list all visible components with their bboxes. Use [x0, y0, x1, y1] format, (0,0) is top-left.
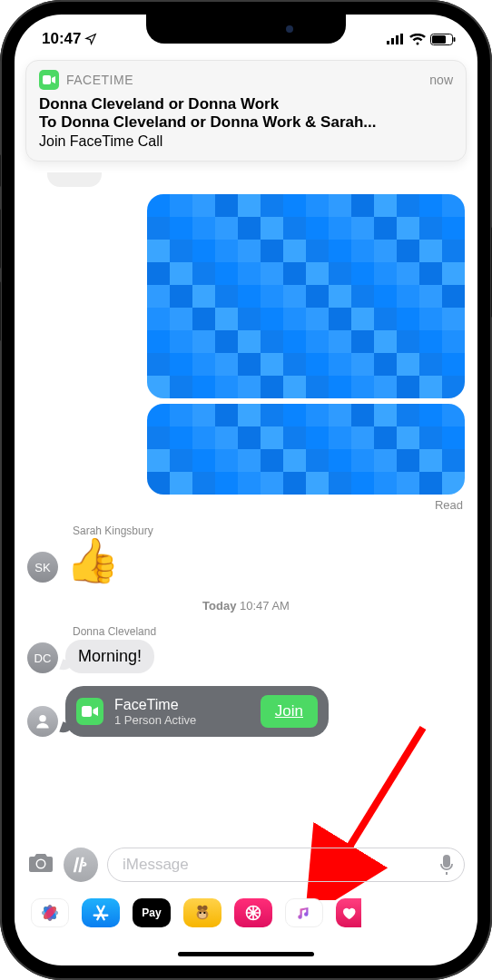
- message-placeholder: iMessage: [123, 856, 189, 874]
- message-input[interactable]: iMessage: [107, 848, 465, 882]
- photos-app-icon[interactable]: [31, 898, 69, 927]
- music-app-icon[interactable]: [285, 898, 323, 927]
- camera-button[interactable]: [27, 851, 54, 879]
- chat-area[interactable]: Read Sarah Kingsbury SK 👍 Today 10:47 AM…: [15, 167, 477, 737]
- avatar[interactable]: DC: [27, 642, 58, 673]
- svg-point-12: [37, 860, 44, 867]
- microphone-icon[interactable]: [438, 854, 455, 876]
- battery-icon: [430, 34, 456, 45]
- sent-message-redacted: [147, 194, 465, 398]
- input-bar: iMessage: [15, 848, 477, 882]
- svg-rect-2: [396, 35, 399, 44]
- svg-rect-0: [387, 41, 389, 44]
- svg-point-27: [203, 912, 205, 914]
- notification-title: Donna Cleveland or Donna Work: [39, 95, 453, 113]
- status-time: 10:47: [42, 30, 81, 48]
- facetime-title: FaceTime: [114, 697, 250, 713]
- svg-rect-1: [391, 38, 394, 44]
- sent-message-redacted-2: [147, 404, 465, 495]
- notification-body: Join FaceTime Call: [39, 133, 453, 150]
- notification-banner[interactable]: FACETIME now Donna Cleveland or Donna Wo…: [25, 60, 467, 162]
- read-receipt: Read: [27, 498, 465, 512]
- facetime-icon: [76, 698, 103, 725]
- app-bar[interactable]: Pay: [15, 898, 477, 927]
- applepay-app-icon[interactable]: Pay: [133, 898, 171, 927]
- svg-rect-13: [443, 855, 450, 867]
- appstore-app-icon[interactable]: [82, 898, 120, 927]
- svg-point-26: [200, 912, 202, 914]
- facetime-icon: [39, 70, 59, 90]
- svg-rect-3: [400, 34, 403, 44]
- location-icon: [84, 33, 97, 45]
- home-indicator[interactable]: [178, 952, 314, 956]
- avatar[interactable]: SK: [27, 552, 58, 583]
- incoming-bubble-partial: [47, 172, 102, 187]
- wifi-icon: [409, 34, 426, 45]
- animoji-app-icon[interactable]: [183, 898, 221, 927]
- svg-rect-7: [43, 75, 51, 84]
- cellular-icon: [387, 34, 405, 44]
- facetime-subtitle: 1 Person Active: [114, 713, 250, 727]
- notification-app-name: FACETIME: [66, 73, 422, 87]
- sender-name: Sarah Kingsbury: [73, 524, 465, 537]
- join-button[interactable]: Join: [261, 695, 318, 728]
- avatar-group[interactable]: [27, 706, 58, 737]
- more-app-icon[interactable]: [336, 898, 361, 927]
- notification-time: now: [429, 73, 453, 87]
- timestamp: Today 10:47 AM: [27, 599, 465, 612]
- incoming-message[interactable]: Morning!: [65, 640, 154, 673]
- digitaltouch-app-icon[interactable]: [234, 898, 272, 927]
- thumbs-up-reaction: 👍: [65, 539, 120, 583]
- svg-rect-9: [82, 706, 92, 717]
- svg-point-8: [39, 715, 46, 722]
- svg-rect-6: [454, 37, 456, 42]
- app-drawer-button[interactable]: [64, 848, 98, 882]
- facetime-card[interactable]: FaceTime 1 Person Active Join: [65, 686, 329, 737]
- svg-rect-5: [432, 35, 446, 44]
- sender-name: Donna Cleveland: [73, 625, 465, 638]
- notification-subtitle: To Donna Cleveland or Donna Work & Sarah…: [39, 113, 453, 132]
